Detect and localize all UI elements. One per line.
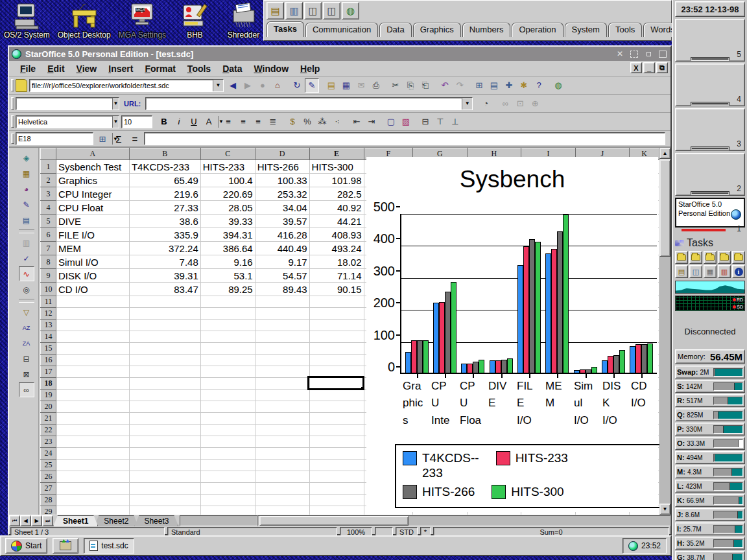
cell-a16[interactable] [56,355,129,366]
align-left-icon[interactable]: ≡ [221,115,235,129]
panel-tab-graphics[interactable]: Graphics [413,23,461,37]
cut-icon[interactable]: ✂ [388,78,403,93]
find-icon[interactable]: ◎ [19,282,34,297]
back-icon[interactable]: ◀ [226,78,240,93]
insert-cells-icon[interactable]: ▦ [19,166,34,181]
cell-c15[interactable] [200,343,255,355]
help-agent-icon[interactable]: ✱ [517,78,531,93]
cell-d6[interactable]: 416.28 [255,228,309,242]
panel-button-3[interactable]: ◫ [304,2,322,19]
window-minimize-icon[interactable] [643,49,654,58]
panel-tab-operation[interactable]: Operation [512,23,563,37]
cell-a14[interactable] [56,331,129,343]
start-button[interactable]: Start [5,538,47,554]
row-header-14[interactable]: 14 [41,331,56,343]
cell-b12[interactable] [129,308,200,320]
sheet-tab-sheet1[interactable]: Sheet1 [53,515,98,526]
cell-e23[interactable] [309,436,364,448]
cell-e16[interactable] [309,355,364,366]
panel-tab-numbers[interactable]: Numbers [462,23,511,37]
cell-e11[interactable] [309,296,364,308]
row-header-13[interactable]: 13 [41,320,56,331]
reload-icon[interactable]: ↻ [290,78,304,93]
window-maximize-icon[interactable] [658,49,668,58]
vertical-scrollbar[interactable]: ▲ ▼ [659,148,670,515]
equals-icon[interactable]: = [128,132,142,146]
launchpad-button[interactable] [53,538,78,554]
cell-a26[interactable] [56,471,129,483]
panel-button-5[interactable]: ◍ [342,2,359,19]
pager-desktop-3[interactable]: 3 [675,108,745,151]
cell-e1[interactable]: HITS-300 [309,160,364,174]
row-header-21[interactable]: 21 [41,413,56,425]
menu-help[interactable]: Help [294,62,326,75]
cell-b15[interactable] [129,343,200,355]
cell-a29[interactable] [56,506,129,515]
cell-d10[interactable]: 89.43 [255,283,309,296]
cell-b9[interactable]: 39.31 [129,269,200,283]
cell-b7[interactable]: 372.24 [129,242,200,255]
fill-handle[interactable] [361,387,364,390]
cell-d5[interactable]: 39.57 [255,215,309,228]
row-header-28[interactable]: 28 [41,495,56,506]
font-name-input[interactable] [16,118,112,126]
cell-a5[interactable]: DIVE [56,215,129,228]
cell-d25[interactable] [255,460,309,471]
cell-d8[interactable]: 9.17 [255,255,309,269]
edit-file-icon[interactable]: ✎ [305,78,319,93]
cell-c24[interactable] [200,448,255,460]
cell-d11[interactable] [255,296,309,308]
cell-a24[interactable] [56,448,129,460]
row-header-6[interactable]: 6 [41,228,56,242]
insert-object-icon[interactable]: ◈ [19,150,34,165]
cell-a18[interactable] [56,378,129,390]
cell-b23[interactable] [129,436,200,448]
graphics-folder-button[interactable] [704,251,717,264]
menu-data[interactable]: Data [217,62,248,75]
cell-e26[interactable] [309,471,364,483]
cell-d22[interactable] [255,425,309,436]
cell-e3[interactable]: 282.5 [309,187,364,201]
decrease-indent-icon[interactable]: ⇤ [350,115,364,129]
align-center-icon[interactable]: ≡ [236,115,250,129]
cell-d19[interactable] [255,390,309,401]
cell-c13[interactable] [200,320,255,331]
cell-c17[interactable] [200,366,255,378]
cell-c8[interactable]: 9.16 [200,255,255,269]
cell-a20[interactable] [56,401,129,413]
cell-d13[interactable] [255,320,309,331]
horizontal-scrollbar[interactable] [257,515,670,526]
home-icon[interactable]: ⌂ [270,78,285,93]
cell-e9[interactable]: 71.14 [309,269,364,283]
internet-globe-icon[interactable]: ◍ [551,78,565,93]
cell-c21[interactable] [200,413,255,425]
cell-a22[interactable] [56,425,129,436]
link-name-input[interactable] [16,100,112,108]
document-restore-button[interactable]: ⧉ [656,62,668,73]
align-right-icon[interactable]: ≡ [251,115,265,129]
window-close-icon[interactable]: ✕ [615,49,625,58]
italic-icon[interactable]: i [172,115,186,129]
insert-document-icon[interactable]: ▤ [19,213,34,228]
currency-icon[interactable]: $ [285,115,300,129]
cell-e22[interactable] [309,425,364,436]
games-folder-button[interactable] [718,251,731,264]
cell-a1[interactable]: Sysbench Test [56,160,129,174]
navigator-icon[interactable]: ⊞ [472,78,486,93]
sheet-tab-sheet3[interactable]: Sheet3 [134,515,178,526]
auto-spellcheck-icon[interactable]: ∿ [19,266,34,281]
save-icon[interactable]: ▦ [339,78,353,93]
cell-c25[interactable] [200,460,255,471]
spellcheck-icon[interactable]: ✓ [19,251,34,266]
cell-b19[interactable] [129,390,200,401]
cell-b8[interactable]: 7.48 [129,255,200,269]
beamer-icon[interactable]: ▤ [487,78,501,93]
sum-icon[interactable]: Σ [112,132,126,146]
pager-desktop-4[interactable]: 4 [675,64,745,106]
align-bottom-icon[interactable]: ⊥ [448,115,462,129]
menu-window[interactable]: Window [248,62,295,75]
desktop-icon-shredder[interactable]: Shredder [224,1,263,44]
bold-icon[interactable]: B [157,115,171,129]
drives-folder-button[interactable] [675,251,688,264]
row-header-9[interactable]: 9 [41,269,56,283]
